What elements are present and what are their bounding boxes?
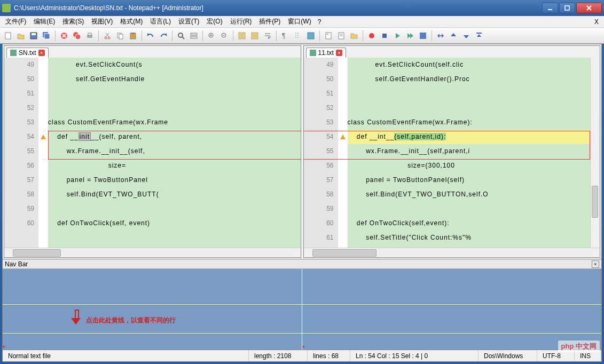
left-marker-column — [38, 58, 48, 248]
arrow-down-icon — [72, 317, 80, 325]
svg-rect-26 — [191, 33, 197, 35]
statusbar: Normal text file length : 2108 lines : 6… — [3, 350, 601, 361]
svg-rect-6 — [32, 33, 36, 35]
svg-rect-47 — [382, 34, 387, 38]
menu-format[interactable]: 格式(M) — [117, 16, 146, 27]
svg-rect-40 — [308, 33, 314, 39]
close-button[interactable] — [576, 3, 602, 13]
stop-macro-icon[interactable] — [379, 30, 390, 42]
play-multi-icon[interactable] — [404, 30, 416, 42]
menu-plugins[interactable]: 插件(P) — [256, 16, 284, 27]
menu-settings[interactable]: 设置(T) — [175, 16, 202, 27]
navbar-panel: Nav Bar × 点击此处黄线，以查看不同的行 — [3, 259, 601, 350]
navbar-hint: 点击此处黄线，以查看不同的行 — [72, 316, 176, 325]
undo-icon[interactable] — [145, 30, 156, 42]
window-controls — [542, 3, 602, 13]
menu-view[interactable]: 视图(V) — [88, 16, 116, 27]
navbar-left[interactable]: 点击此处黄线，以查看不同的行 — [3, 269, 302, 350]
tab-label: 11.txt — [318, 49, 334, 57]
toolbar: ¶ — [0, 28, 604, 44]
play-macro-icon[interactable] — [391, 30, 403, 42]
menu-search[interactable]: 搜索(S) — [59, 16, 87, 27]
minimize-button[interactable] — [542, 3, 558, 13]
left-tab[interactable]: SN.txt × — [6, 48, 49, 58]
navbar-body[interactable]: 点击此处黄线，以查看不同的行 — [3, 269, 601, 350]
new-file-icon[interactable] — [2, 30, 14, 42]
menu-help[interactable]: ? — [318, 18, 321, 26]
navbar-close-icon[interactable]: × — [592, 260, 599, 268]
folder-view-icon[interactable] — [348, 30, 360, 42]
status-position: Ln : 54 Col : 15 Sel : 4 | 0 — [350, 350, 479, 361]
next-diff-icon[interactable] — [460, 30, 472, 42]
svg-rect-23 — [131, 33, 135, 34]
cut-icon[interactable] — [101, 30, 113, 42]
indent-guide-icon[interactable] — [292, 30, 304, 42]
svg-point-46 — [369, 33, 374, 38]
sync-v-icon[interactable] — [236, 30, 248, 42]
svg-point-13 — [75, 34, 81, 39]
left-code-lines[interactable]: evt.SetClickCount(s self.GetEventHandlec… — [48, 58, 301, 248]
menubar: 文件(F) 编辑(E) 搜索(S) 视图(V) 格式(M) 语言(L) 设置(T… — [0, 16, 604, 28]
menu-run[interactable]: 运行(R) — [227, 16, 255, 27]
left-editor-pane: SN.txt × 495051525354555657585960 evt.Se… — [4, 45, 301, 258]
zoom-out-icon[interactable] — [218, 30, 230, 42]
copy-icon[interactable] — [114, 30, 126, 42]
save-icon[interactable] — [28, 30, 40, 42]
right-marker-column — [338, 58, 348, 248]
user-lang-icon[interactable] — [305, 30, 317, 42]
func-list-icon[interactable] — [335, 30, 347, 42]
doc-map-icon[interactable] — [323, 30, 334, 42]
menu-window[interactable]: 窗口(W) — [285, 16, 314, 27]
menu-file[interactable]: 文件(F) — [2, 16, 29, 27]
svg-rect-33 — [239, 33, 241, 39]
menu-language[interactable]: 语言(L) — [147, 16, 174, 27]
svg-rect-36 — [252, 36, 258, 39]
find-icon[interactable] — [175, 30, 187, 42]
save-all-icon[interactable] — [41, 30, 52, 42]
save-macro-icon[interactable] — [417, 30, 429, 42]
left-tab-bar: SN.txt × — [4, 46, 301, 58]
svg-text:¶: ¶ — [282, 32, 285, 39]
prev-diff-icon[interactable] — [448, 30, 459, 42]
right-hscrollbar[interactable] — [304, 248, 600, 257]
replace-icon[interactable] — [188, 30, 200, 42]
left-hscrollbar[interactable] — [4, 248, 301, 257]
svg-rect-1 — [565, 6, 569, 10]
zoom-in-icon[interactable] — [206, 30, 217, 42]
right-code-area[interactable]: 49505152535455565758596061 evt.SetClickC… — [304, 58, 600, 248]
menu-macro[interactable]: 宏(O) — [203, 16, 225, 27]
close-file-icon[interactable] — [58, 30, 70, 42]
tab-close-icon[interactable]: × — [336, 50, 342, 56]
menubar-close-icon[interactable]: X — [591, 18, 602, 26]
svg-rect-27 — [191, 36, 197, 38]
svg-point-17 — [108, 37, 110, 39]
left-code-area[interactable]: 495051525354555657585960 evt.SetClickCou… — [4, 58, 301, 248]
maximize-button[interactable] — [559, 3, 575, 13]
open-file-icon[interactable] — [15, 30, 27, 42]
titlebar: C:\Users\Administrator\Desktop\SN.txt - … — [0, 0, 604, 16]
svg-rect-41 — [326, 33, 331, 39]
redo-icon[interactable] — [158, 30, 169, 42]
menu-edit[interactable]: 编辑(E) — [30, 16, 58, 27]
right-code-lines[interactable]: evt.SetClickCount(self.clic self.GetEven… — [348, 58, 591, 248]
compare-icon[interactable] — [435, 30, 446, 42]
navbar-title: Nav Bar — [5, 260, 28, 268]
status-filetype: Normal text file — [3, 350, 249, 361]
print-icon[interactable] — [84, 30, 96, 42]
navbar-right[interactable] — [302, 269, 601, 350]
file-icon — [10, 50, 17, 56]
svg-line-25 — [182, 37, 184, 39]
paste-icon[interactable] — [127, 30, 139, 42]
tab-close-icon[interactable]: × — [38, 50, 45, 56]
watermark: php 中文网 — [558, 341, 600, 352]
close-all-icon[interactable] — [71, 30, 83, 42]
right-tab[interactable]: 11.txt × — [306, 48, 346, 58]
first-diff-icon[interactable] — [473, 30, 485, 42]
wrap-icon[interactable] — [262, 30, 273, 42]
sync-h-icon[interactable] — [249, 30, 261, 42]
record-macro-icon[interactable] — [366, 30, 378, 42]
show-all-chars-icon[interactable]: ¶ — [279, 30, 291, 42]
right-vscrollbar[interactable] — [590, 58, 600, 248]
window-title: C:\Users\Administrator\Desktop\SN.txt - … — [14, 4, 542, 12]
svg-rect-21 — [119, 34, 123, 39]
